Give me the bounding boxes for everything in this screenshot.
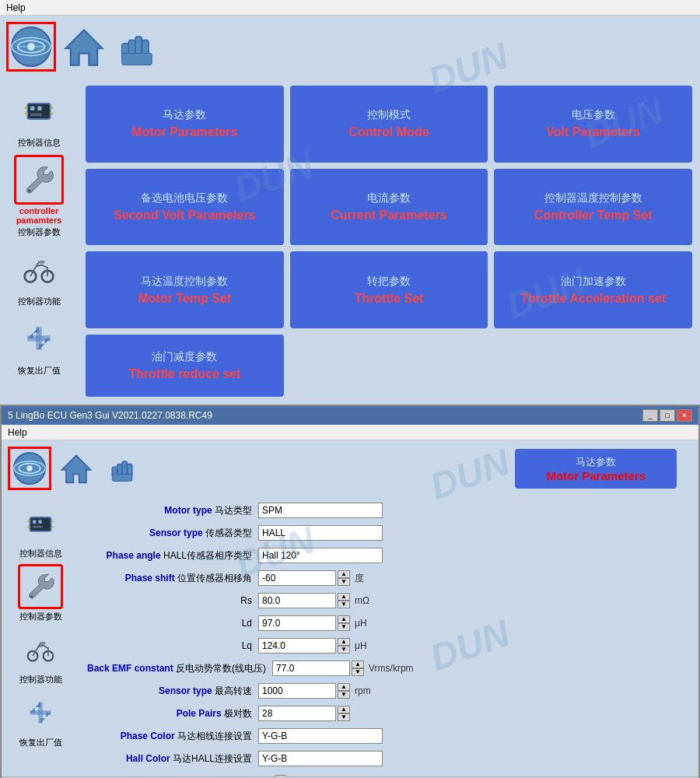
param-input-max-speed[interactable] bbox=[258, 683, 336, 699]
arrows-icon bbox=[14, 314, 64, 363]
param-input-lq[interactable] bbox=[258, 638, 336, 654]
sidebar-item-controller-info[interactable]: 控制器信息 bbox=[4, 86, 74, 149]
grid-btn-motor-temp[interactable]: 马达温度控制参数 Motor Temp Set bbox=[86, 251, 284, 328]
grid-btn-motor-params[interactable]: 马达参数 Motor Parameters bbox=[86, 86, 284, 163]
bemf-down[interactable]: ▼ bbox=[352, 668, 364, 676]
param-unit-phase-shift: 度 bbox=[355, 572, 364, 585]
param-label-sensor-type: Sensor type 传感器类型 bbox=[87, 527, 258, 540]
phase-shift-up[interactable]: ▲ bbox=[338, 570, 350, 578]
minimize-button[interactable]: _ bbox=[642, 409, 658, 422]
svg-rect-24 bbox=[27, 335, 50, 341]
bottom-sidebar-controller-params[interactable]: 控制器参数 bbox=[6, 564, 75, 622]
grid-btn-motor-params-cn: 马达参数 bbox=[163, 108, 206, 122]
rs-down[interactable]: ▼ bbox=[338, 601, 350, 608]
grid-btn-volt-params-en: Volt Parameters bbox=[546, 125, 640, 139]
sidebar-item-controller-func[interactable]: 控制器功能 bbox=[4, 244, 74, 307]
param-spinbox-lq: ▲ ▼ bbox=[258, 638, 350, 654]
param-input-ld[interactable] bbox=[258, 615, 336, 631]
bottom-menu-bar[interactable]: Help bbox=[2, 425, 698, 440]
param-input-phase-shift[interactable] bbox=[258, 570, 336, 586]
bottom-window: 5 LingBo ECU Gen3 Gui V2021.0227.0838.RC… bbox=[0, 405, 700, 778]
top-menu-bar[interactable]: Help bbox=[0, 0, 700, 16]
param-label-sensor-type-cn: 传感器类型 bbox=[205, 527, 252, 538]
grid-btn-controller-temp[interactable]: 控制器温度控制参数 Controller Temp Set bbox=[494, 169, 692, 246]
param-row-ld: Ld ▲ ▼ μH bbox=[87, 614, 691, 633]
bottom-home-button[interactable] bbox=[54, 447, 98, 490]
close-button[interactable]: ✕ bbox=[677, 409, 692, 422]
grid-btn-throttle-accel[interactable]: 油门加速参数 Throttle Acceleration set bbox=[494, 251, 692, 328]
sidebar-label-controller-params-cn: 控制器参数 bbox=[18, 226, 61, 238]
bottom-sidebar-controller-info[interactable]: 控制器信息 bbox=[6, 501, 75, 559]
param-input-rs[interactable] bbox=[258, 593, 336, 608]
param-input-bemf[interactable] bbox=[272, 661, 350, 676]
grid-btn-control-mode[interactable]: 控制模式 Control Mode bbox=[290, 86, 488, 163]
param-label-phase-shift-en: Phase shift bbox=[125, 573, 175, 584]
param-unit-rs: mΩ bbox=[355, 595, 369, 606]
ld-spinbox-btns: ▲ ▼ bbox=[338, 615, 350, 631]
sidebar-item-factory-reset[interactable]: 恢复出厂值 bbox=[4, 314, 74, 377]
bottom-main: 控制器信息 控制器参数 bbox=[2, 496, 698, 776]
bottom-sidebar-factory-reset[interactable]: 恢复出厂值 bbox=[6, 690, 75, 748]
param-row-lq: Lq ▲ ▼ μH bbox=[87, 636, 691, 655]
param-label-max-speed-en: Sensor type bbox=[159, 685, 212, 696]
maximize-button[interactable]: □ bbox=[660, 409, 675, 422]
ld-up[interactable]: ▲ bbox=[338, 615, 350, 623]
grid-btn-current-params[interactable]: 电流参数 Current Parameters bbox=[290, 169, 488, 246]
help-menu[interactable]: Help bbox=[6, 2, 26, 13]
rs-up[interactable]: ▲ bbox=[338, 593, 350, 601]
satellite-button[interactable] bbox=[6, 22, 56, 72]
pole-pairs-spinbox-btns: ▲ ▼ bbox=[338, 706, 350, 721]
pole-pairs-up[interactable]: ▲ bbox=[338, 706, 350, 713]
param-label-hall-color-en: Hall Color bbox=[126, 753, 170, 764]
pole-pairs-down[interactable]: ▼ bbox=[338, 713, 350, 721]
param-input-pole-pairs[interactable] bbox=[258, 706, 336, 721]
param-input-hall-color[interactable] bbox=[258, 751, 383, 766]
hand-button[interactable] bbox=[112, 22, 162, 72]
param-row-pole-pairs: Pole Pairs 极对数 ▲ ▼ bbox=[87, 704, 691, 723]
param-spinbox-bemf: ▲ ▼ bbox=[272, 661, 364, 676]
svg-rect-13 bbox=[37, 107, 42, 111]
hand-icon bbox=[114, 23, 160, 70]
param-label-hall-color-cn: 马达HALL连接设置 bbox=[173, 753, 252, 764]
bottom-hand-button[interactable] bbox=[101, 447, 145, 490]
param-checkbox-motor-fwd-rev[interactable] bbox=[275, 775, 287, 776]
bottom-help-menu[interactable]: Help bbox=[8, 427, 27, 438]
svg-marker-29 bbox=[62, 456, 91, 483]
bottom-home-icon bbox=[59, 451, 93, 485]
param-label-motor-type-cn: 马达类型 bbox=[215, 505, 252, 516]
bottom-satellite-button[interactable] bbox=[8, 447, 51, 490]
bemf-spinbox-btns: ▲ ▼ bbox=[352, 661, 364, 676]
bottom-sidebar-controller-func[interactable]: 控制器功能 bbox=[6, 627, 75, 685]
svg-rect-38 bbox=[33, 526, 43, 528]
param-input-motor-type[interactable] bbox=[258, 503, 383, 518]
param-label-rs: Rs bbox=[87, 595, 258, 606]
param-input-phase-color[interactable] bbox=[258, 728, 383, 744]
lq-down[interactable]: ▼ bbox=[338, 646, 350, 654]
grid-btn-motor-temp-en: Motor Temp Set bbox=[138, 292, 231, 306]
param-label-pole-pairs-en: Pole Pairs bbox=[177, 708, 222, 719]
param-input-phase-angle[interactable] bbox=[258, 548, 383, 563]
param-row-phase-angle: Phase angle HALL传感器相序类型 bbox=[87, 546, 691, 565]
grid-btn-throttle-reduce[interactable]: 油门减度参数 Throttle reduce set bbox=[86, 335, 284, 397]
lq-up[interactable]: ▲ bbox=[338, 638, 350, 646]
titlebar-controls: _ □ ✕ bbox=[642, 409, 692, 422]
ld-down[interactable]: ▼ bbox=[338, 623, 350, 631]
param-input-sensor-type[interactable] bbox=[258, 525, 383, 541]
svg-rect-22 bbox=[39, 261, 44, 264]
window-title: 5 LingBo ECU Gen3 Gui V2021.0227.0838.RC… bbox=[8, 410, 212, 421]
grid-btn-throttle-set[interactable]: 转把参数 Throttle Set bbox=[290, 251, 488, 328]
home-button[interactable] bbox=[59, 22, 109, 72]
max-speed-up[interactable]: ▲ bbox=[338, 683, 350, 691]
grid-btn-volt-params[interactable]: 电压参数 Volt Parameters bbox=[494, 86, 692, 163]
bemf-up[interactable]: ▲ bbox=[352, 661, 364, 668]
sidebar-item-controller-params[interactable]: controllerpamamters 控制器参数 bbox=[4, 155, 74, 238]
sidebar-label-factory-reset: 恢复出厂值 bbox=[18, 365, 61, 377]
grid-btn-second-volt[interactable]: 备选电池电压参数 Second Volt Parameters bbox=[86, 169, 284, 246]
top-grid-area: 马达参数 Motor Parameters 控制模式 Control Mode … bbox=[78, 78, 700, 405]
grid-btn-second-volt-en: Second Volt Parameters bbox=[114, 209, 256, 223]
grid-btn-current-params-cn: 电流参数 bbox=[367, 191, 411, 205]
rs-spinbox-btns: ▲ ▼ bbox=[338, 593, 350, 608]
max-speed-down[interactable]: ▼ bbox=[338, 691, 350, 699]
phase-shift-down[interactable]: ▼ bbox=[338, 578, 350, 586]
max-speed-spinbox-btns: ▲ ▼ bbox=[338, 683, 350, 699]
